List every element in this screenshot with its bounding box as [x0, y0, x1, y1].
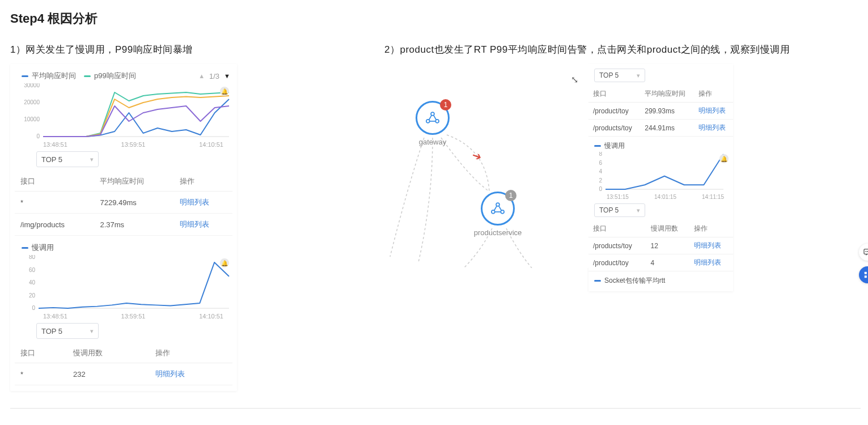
table-cell: * — [15, 192, 94, 214]
detail-table1: 接口 平均响应时间 操作 /product/toy299.93ms明细列表/pr… — [588, 86, 733, 137]
legend-swatch-p99 — [84, 75, 91, 77]
th-rt: 平均响应时间 — [640, 86, 694, 103]
chart1: 🔔 0100002000030000 13:48:51 13:59:51 14:… — [15, 83, 232, 148]
detail-link[interactable]: 明细列表 — [694, 241, 721, 249]
th-rt: 平均响应时间 — [94, 172, 173, 192]
th-api: 接口 — [15, 343, 67, 363]
detail-link[interactable]: 明细列表 — [180, 198, 209, 206]
chart2-title-row: 慢调用 — [15, 236, 232, 255]
chart2-xtick-1: 13:59:51 — [121, 313, 146, 320]
svg-text:8: 8 — [599, 152, 602, 157]
table-cell: 4 — [646, 254, 690, 271]
detail-link[interactable]: 明细列表 — [155, 369, 185, 378]
svg-text:40: 40 — [29, 279, 36, 286]
svg-point-13 — [435, 120, 439, 123]
table-row: /products/toy244.91ms明细列表 — [588, 120, 733, 137]
detail-link[interactable]: 明细列表 — [698, 124, 726, 131]
pager-next-icon[interactable]: ▼ — [224, 73, 230, 79]
table-cell: /products/toy — [588, 237, 646, 254]
svg-text:60: 60 — [29, 267, 36, 273]
table-row: /products/toy12明细列表 — [588, 237, 733, 254]
pager-text: 1/3 — [209, 72, 219, 80]
bell-icon[interactable]: 🔔 — [220, 87, 229, 96]
svg-text:80: 80 — [29, 255, 36, 260]
chart2: 🔔 020406080 13:48:51 13:59:51 14:10:51 — [15, 255, 232, 320]
table-row: /img/products2.37ms明细列表 — [15, 214, 232, 236]
th-api: 接口 — [588, 86, 640, 103]
detail-top5-label: TOP 5 — [599, 71, 619, 79]
table-cell: 299.93ms — [640, 103, 694, 120]
table-row: /product/toy4明细列表 — [588, 254, 733, 271]
legend-swatch-avg — [22, 75, 28, 77]
table-cell: 244.91ms — [640, 120, 694, 137]
table-cell: 12 — [646, 237, 690, 254]
th-api: 接口 — [15, 172, 94, 192]
legend-avg: 平均响应时间 — [32, 71, 76, 81]
table-cell: /products/toy — [588, 120, 640, 137]
th-api: 接口 — [588, 220, 646, 237]
svg-rect-29 — [865, 275, 867, 278]
chart2-top5-label: TOP 5 — [41, 327, 62, 335]
detail-link[interactable]: 明细列表 — [694, 258, 721, 266]
chart2-title: 慢调用 — [32, 243, 54, 253]
divider — [10, 408, 861, 409]
svg-point-14 — [496, 203, 499, 206]
chevron-down-icon: ▾ — [90, 328, 94, 335]
detail-xtick-1: 14:01:15 — [654, 194, 676, 200]
svg-point-12 — [426, 120, 430, 123]
topology-graph[interactable]: ⤡ 1 gateway ➔ 1 — [384, 64, 588, 268]
chart1-table: 接口 平均响应时间 操作 *7229.49ms明细列表/img/products… — [15, 172, 232, 236]
chart2-xtick-2: 14:10:51 — [199, 313, 223, 320]
svg-rect-27 — [865, 272, 867, 274]
table-cell: 明细列表 — [694, 120, 733, 137]
service-icon — [490, 201, 506, 216]
chat-icon[interactable] — [859, 244, 868, 261]
table-cell: 2.37ms — [94, 214, 173, 236]
detail-top5-label-2: TOP 5 — [599, 206, 619, 214]
node-gateway[interactable]: 1 — [416, 101, 450, 135]
th-op: 操作 — [689, 220, 733, 237]
chevron-down-icon: ▾ — [637, 72, 640, 79]
th-op: 操作 — [174, 172, 232, 192]
detail-chart-svg: 02468 — [592, 152, 728, 193]
detail-link[interactable]: 明细列表 — [698, 107, 726, 114]
chart2-top5-select[interactable]: TOP 5 ▾ — [36, 323, 99, 339]
topology-edges — [384, 64, 588, 268]
chart2-table: 接口 慢调用数 操作 *232明细列表 — [15, 343, 232, 385]
svg-point-25 — [867, 251, 868, 252]
table-row: *232明细列表 — [15, 363, 232, 385]
chart1-top5-label: TOP 5 — [41, 155, 62, 164]
detail-top5-select-2[interactable]: TOP 5 ▾ — [594, 203, 645, 217]
chevron-down-icon: ▾ — [90, 156, 94, 163]
svg-text:4: 4 — [599, 168, 602, 175]
bell-icon[interactable]: 🔔 — [220, 258, 229, 267]
table-cell: 7229.49ms — [94, 192, 173, 214]
detail-panel: TOP 5 ▾ 接口 平均响应时间 操作 /product/toy299.93m… — [588, 64, 733, 291]
table-cell: 明细列表 — [174, 214, 232, 236]
chart2-svg: 020406080 — [18, 255, 234, 312]
table-cell: 明细列表 — [174, 192, 232, 214]
detail-top5-select[interactable]: TOP 5 ▾ — [594, 69, 645, 82]
chart1-xtick-0: 13:48:51 — [43, 141, 67, 148]
svg-text:20: 20 — [29, 292, 36, 299]
svg-point-24 — [866, 251, 866, 252]
legend-swatch-socket — [594, 280, 601, 282]
chart1-xtick-2: 14:10:51 — [199, 141, 223, 148]
table-cell: /img/products — [15, 214, 94, 236]
subhead-2: 2）product也发生了RT P99平均响应时间告警，点击网关和product… — [384, 43, 868, 56]
svg-point-15 — [492, 210, 495, 214]
apps-icon[interactable] — [859, 266, 868, 283]
detail-xtick-2: 14:11:15 — [702, 194, 724, 200]
detail-link[interactable]: 明细列表 — [180, 220, 209, 228]
svg-point-11 — [431, 112, 434, 116]
legend-swatch-slow — [22, 247, 28, 249]
bell-icon[interactable]: 🔔 — [719, 154, 729, 163]
svg-text:6: 6 — [599, 160, 602, 166]
th-op: 操作 — [694, 86, 733, 103]
node-productservice[interactable]: 1 — [481, 192, 515, 226]
chart2-xtick-0: 13:48:51 — [43, 313, 67, 320]
chart1-svg: 0100002000030000 — [18, 83, 234, 140]
detail-socket-title: Socket包传输平均rtt — [604, 276, 665, 286]
pager-prev-icon[interactable]: ▲ — [198, 73, 205, 79]
chart1-top5-select[interactable]: TOP 5 ▾ — [36, 151, 99, 167]
